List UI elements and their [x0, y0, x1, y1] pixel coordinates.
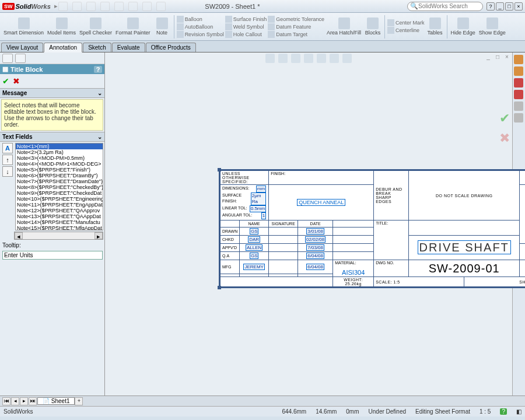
minimize-button[interactable]: _	[496, 2, 504, 10]
feature-manager-icon[interactable]	[2, 54, 13, 63]
center-mark-button[interactable]: Center Mark	[387, 19, 425, 26]
resources-icon[interactable]	[514, 55, 523, 64]
section-view-icon[interactable]	[304, 54, 313, 63]
font-icon[interactable]: A	[2, 143, 13, 153]
help-button[interactable]: ?	[487, 2, 495, 10]
qat-new-icon[interactable]	[58, 2, 68, 11]
close-button[interactable]: ×	[514, 2, 523, 10]
sheet-size[interactable]: A1	[520, 260, 525, 277]
qa-date[interactable]: 6/04/08	[306, 253, 324, 259]
tab-view-layout[interactable]: View Layout	[1, 43, 43, 52]
confirm-corner-cancel[interactable]: ✖	[499, 131, 510, 146]
resize-handle[interactable]	[218, 168, 221, 172]
revision-symbol-button[interactable]: Revision Symbol	[177, 31, 224, 38]
sf-field[interactable]: 2µm Ra	[251, 192, 266, 205]
model-items-button[interactable]: Model Items	[46, 16, 77, 37]
drawn-date[interactable]: 3/01/08	[306, 228, 324, 235]
text-field-item[interactable]: Note<9>($PRPSHEET:"CheckedDat	[16, 190, 103, 196]
finish-value[interactable]: QUENCH ANNEAL	[269, 185, 374, 220]
text-field-item[interactable]: Note<11>($PRPSHEET:"EngAppDat	[16, 202, 103, 208]
file-explorer-icon[interactable]	[514, 78, 523, 88]
prev-sheet-button[interactable]: ◂	[11, 397, 19, 405]
horizontal-scrollbar[interactable]: ◂ ▸	[14, 232, 103, 240]
doc-restore-button[interactable]: □	[494, 54, 502, 62]
text-field-item[interactable]: Note<2>(3.2µm Ra)	[16, 149, 103, 155]
qat-undo-icon[interactable]	[114, 2, 124, 11]
previous-view-icon[interactable]	[291, 54, 300, 63]
mfg-date[interactable]: 6/04/08	[306, 264, 324, 270]
centerline-button[interactable]: Centerline	[387, 27, 425, 34]
text-field-item[interactable]: Note<8>($PRPSHEET:"CheckedBy")	[16, 184, 103, 190]
show-edge-button[interactable]: Show Edge	[478, 16, 507, 37]
dwg-no-value[interactable]: SW-2009-01	[409, 260, 520, 277]
scroll-left-button[interactable]: ◂	[15, 232, 23, 239]
tab-office-products[interactable]: Office Products	[146, 43, 196, 52]
cancel-button[interactable]: ✖	[13, 76, 20, 86]
doc-minimize-button[interactable]: _	[484, 54, 492, 62]
drawing-canvas[interactable]: _ □ × ✔ ✖ UNLESS OTHERWISE SPECIFIED: FI…	[105, 52, 512, 396]
dim-field[interactable]: mm	[256, 186, 266, 192]
custom-props-icon[interactable]	[514, 113, 523, 123]
drawn-name[interactable]: GS	[250, 228, 259, 235]
text-field-item[interactable]: Note<6>($PRPSHEET:"DrawnBy")	[16, 173, 103, 178]
text-fields-list[interactable]: Note<1>(mm)Note<2>(3.2µm Ra)Note<3>(<MOD…	[15, 143, 103, 230]
property-manager-icon[interactable]	[15, 54, 26, 63]
view-settings-icon[interactable]	[342, 54, 352, 63]
sheet-tab-1[interactable]: 📄 Sheet1	[37, 397, 75, 405]
collapse-icon[interactable]: ⌄	[97, 90, 102, 96]
hide-show-icon[interactable]	[330, 54, 339, 63]
smart-dimension-button[interactable]: Smart Dimension	[2, 16, 45, 37]
qat-rebuild-icon[interactable]	[142, 2, 152, 11]
mfg-name[interactable]: JEREMY	[243, 264, 264, 270]
text-field-item[interactable]: Note<5>($PRPSHEET:"Finish")	[16, 167, 103, 173]
tab-annotation[interactable]: Annotation	[44, 43, 82, 52]
datum-target-button[interactable]: Datum Target	[268, 31, 324, 38]
text-field-item[interactable]: Note<12>($PRPSHEET:"QAApprov	[16, 208, 103, 214]
collapse-icon[interactable]: ⌄	[97, 134, 102, 140]
drawing-title[interactable]: DRIVE SHAFT	[409, 236, 520, 260]
qat-print-icon[interactable]	[100, 2, 110, 11]
next-sheet-button[interactable]: ▸	[20, 397, 28, 405]
chkd-date[interactable]: 02/02/08	[305, 236, 326, 243]
geometric-tolerance-button[interactable]: Geometric Tolerance	[268, 16, 324, 23]
at-field[interactable]: 1	[261, 212, 266, 219]
text-field-item[interactable]: Note<3>(<MOD-PM>0.5mm)	[16, 155, 103, 161]
appearances-icon[interactable]	[514, 102, 523, 111]
view-palette-icon[interactable]	[514, 90, 523, 99]
hide-edge-button[interactable]: Hide Edge	[450, 16, 477, 37]
weld-symbol-button[interactable]: Weld Symbol	[225, 23, 267, 30]
weight-value[interactable]: WEIGHT: 25.26kg	[333, 277, 374, 287]
scroll-right-button[interactable]: ▸	[94, 232, 103, 239]
design-library-icon[interactable]	[514, 66, 523, 76]
text-field-item[interactable]: Note<15>($PRPSHEET:"MfgAppDat	[16, 225, 103, 230]
status-help-icon[interactable]: ?	[500, 408, 507, 415]
auto-balloon-button[interactable]: AutoBalloon	[177, 23, 224, 30]
title-block-frame[interactable]: UNLESS OTHERWISE SPECIFIED: FINISH: DEBU…	[219, 169, 525, 288]
qat-open-icon[interactable]	[72, 2, 82, 11]
chkd-name[interactable]: DAR	[248, 236, 260, 243]
maximize-button[interactable]: □	[505, 2, 513, 10]
appvd-name[interactable]: ALLEN	[246, 244, 262, 251]
tab-sketch[interactable]: Sketch	[83, 43, 111, 52]
tooltip-input[interactable]	[2, 251, 103, 260]
search-box[interactable]: 🔍	[407, 2, 483, 11]
text-field-item[interactable]: Note<14>($PRPSHEET:"Manufactu	[16, 219, 103, 225]
move-down-button[interactable]: ↓	[2, 166, 13, 177]
text-field-item[interactable]: Note<13>($PRPSHEET:"QAAppDat	[16, 214, 103, 219]
text-field-item[interactable]: Note<4>(<MOD-PM>1<MOD-DEG>	[16, 161, 103, 167]
first-sheet-button[interactable]: ⏮	[2, 397, 10, 405]
confirm-corner-ok[interactable]: ✔	[499, 111, 510, 126]
scale-value[interactable]: SCALE: 1:5	[374, 277, 464, 287]
text-fields-header[interactable]: Text Fields⌄	[0, 132, 104, 142]
move-up-button[interactable]: ↑	[2, 155, 13, 165]
surface-finish-button[interactable]: Surface Finish	[225, 16, 267, 23]
format-painter-button[interactable]: Format Painter	[114, 16, 152, 37]
lt-field[interactable]: 0.5mm	[250, 205, 266, 212]
text-field-item[interactable]: Note<10>($PRPSHEET:"Engineering	[16, 196, 103, 202]
resize-handle[interactable]	[218, 286, 221, 289]
text-field-item[interactable]: Note<1>(mm)	[16, 144, 103, 149]
zoom-area-icon[interactable]	[278, 54, 288, 63]
material-value[interactable]: AISI304	[335, 269, 372, 276]
status-scale[interactable]: 1 : 5	[480, 408, 491, 415]
datum-feature-button[interactable]: Datum Feature	[268, 23, 324, 30]
